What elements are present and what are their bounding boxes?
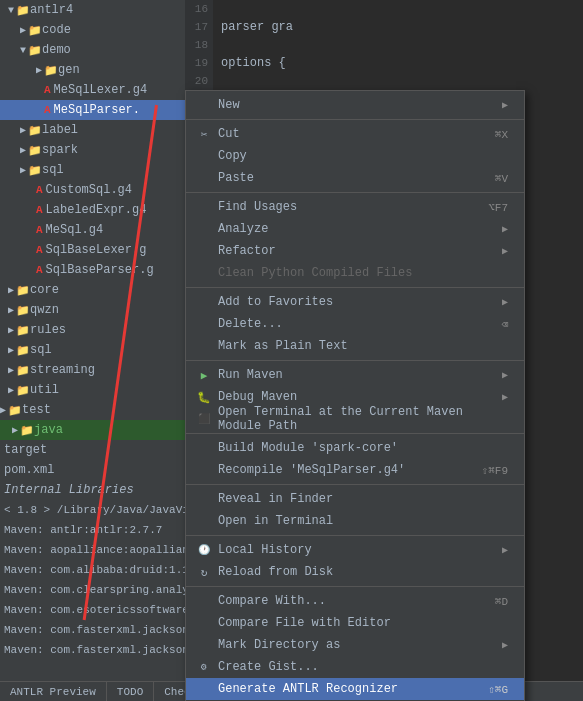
tree-label: < 1.8 > /Library/Java/JavaVirtu (0, 504, 185, 516)
tree-label: pom.xml (0, 463, 54, 477)
line-num-16: 16 (195, 0, 208, 18)
menu-item-paste[interactable]: Paste ⌘V (186, 167, 524, 189)
tree-label: Maven: antlr:antlr:2.7.7 (0, 524, 162, 536)
menu-separator-5 (186, 433, 524, 434)
expand-arrow: ▼ (20, 45, 26, 56)
tree-item-MeSql[interactable]: A MeSql.g4 (0, 220, 185, 240)
tree-item-LabeledExpr[interactable]: A LabeledExpr.g4 (0, 200, 185, 220)
menu-item-compare-editor-label: Compare File with Editor (218, 616, 508, 630)
tree-label: Maven: com.fasterxml.jackson. (0, 644, 185, 656)
expand-arrow: ▶ (8, 364, 14, 376)
menu-item-open-terminal-module-label: Open Terminal at the Current Maven Modul… (218, 405, 508, 433)
tree-label: code (42, 23, 71, 37)
menu-separator-8 (186, 586, 524, 587)
menu-item-delete[interactable]: Delete... ⌫ (186, 313, 524, 335)
tree-label: Internal Libraries (0, 483, 134, 497)
folder-icon: 📁 (28, 124, 42, 137)
expand-arrow: ▶ (20, 124, 26, 136)
tree-label: java (34, 423, 63, 437)
tree-item-maven4[interactable]: Maven: com.clearspring.analytic (0, 580, 185, 600)
menu-item-cut[interactable]: ✂ Cut ⌘X (186, 123, 524, 145)
tree-item-core[interactable]: ▶ 📁 core (0, 280, 185, 300)
tree-item-SqlBaseLexer[interactable]: A SqlBaseLexer.g (0, 240, 185, 260)
menu-item-run-maven[interactable]: ▶ Run Maven ▶ (186, 364, 524, 386)
tree-item-sql[interactable]: ▶ 📁 sql (0, 160, 185, 180)
tree-item-CustomSql[interactable]: A CustomSql.g4 (0, 180, 185, 200)
tree-item-spark[interactable]: ▶ 📁 spark (0, 140, 185, 160)
menu-item-create-gist[interactable]: ⚙ Create Gist... (186, 656, 524, 678)
tree-label: sql (42, 163, 64, 177)
tree-label: SqlBaseParser.g (46, 263, 154, 277)
folder-icon: 📁 (28, 144, 42, 157)
menu-item-reload-disk[interactable]: ↻ Reload from Disk (186, 561, 524, 583)
tree-item-qwzn[interactable]: ▶ 📁 qwzn (0, 300, 185, 320)
folder-icon: 📁 (16, 384, 30, 397)
menu-item-new[interactable]: New ▶ (186, 94, 524, 116)
line-num-17: 17 (195, 18, 208, 36)
tree-label: spark (42, 143, 78, 157)
menu-separator-3 (186, 287, 524, 288)
tree-label: core (30, 283, 59, 297)
create-gist-icon: ⚙ (194, 661, 214, 673)
tree-item-demo[interactable]: ▼ 📁 demo (0, 40, 185, 60)
menu-item-reveal-finder-label: Reveal in Finder (218, 492, 508, 506)
tree-item-maven5[interactable]: Maven: com.esotericssoftware:k (0, 600, 185, 620)
menu-item-open-terminal[interactable]: Open in Terminal (186, 510, 524, 532)
tree-item-pom[interactable]: pom.xml (0, 460, 185, 480)
submenu-arrow: ▶ (502, 245, 508, 257)
menu-item-analyze-label: Analyze (218, 222, 502, 236)
tree-item-MeSqlLexer[interactable]: A MeSqlLexer.g4 (0, 80, 185, 100)
tree-item-maven1[interactable]: Maven: antlr:antlr:2.7.7 (0, 520, 185, 540)
menu-item-mark-plain[interactable]: Mark as Plain Text (186, 335, 524, 357)
menu-item-mark-directory[interactable]: Mark Directory as ▶ (186, 634, 524, 656)
menu-item-clean-python[interactable]: Clean Python Compiled Files (186, 262, 524, 284)
tree-item-maven7[interactable]: Maven: com.fasterxml.jackson. (0, 640, 185, 660)
expand-arrow: ▶ (20, 164, 26, 176)
tree-item-target[interactable]: target (0, 440, 185, 460)
tree-item-util[interactable]: ▶ 📁 util (0, 380, 185, 400)
tree-item-internal-libs[interactable]: Internal Libraries (0, 480, 185, 500)
menu-item-copy[interactable]: Copy (186, 145, 524, 167)
tab-antlr-preview[interactable]: ANTLR Preview (0, 682, 107, 702)
tree-label: streaming (30, 363, 95, 377)
antlr-icon: A (44, 104, 51, 116)
menu-separator-4 (186, 360, 524, 361)
menu-item-run-maven-label: Run Maven (218, 368, 502, 382)
menu-item-find-usages-label: Find Usages (218, 200, 488, 214)
menu-item-reveal-finder[interactable]: Reveal in Finder (186, 488, 524, 510)
tree-label: test (22, 403, 51, 417)
tree-item-jdk[interactable]: < 1.8 > /Library/Java/JavaVirtu (0, 500, 185, 520)
menu-item-open-terminal-label: Open in Terminal (218, 514, 508, 528)
menu-item-open-terminal-module[interactable]: ⬛ Open Terminal at the Current Maven Mod… (186, 408, 524, 430)
menu-item-compare-editor[interactable]: Compare File with Editor (186, 612, 524, 634)
tab-todo[interactable]: TODO (107, 682, 154, 702)
menu-item-refactor[interactable]: Refactor ▶ (186, 240, 524, 262)
menu-item-add-favorites[interactable]: Add to Favorites ▶ (186, 291, 524, 313)
menu-item-analyze[interactable]: Analyze ▶ (186, 218, 524, 240)
tree-label: MeSql.g4 (46, 223, 104, 237)
delete-shortcut: ⌫ (501, 318, 508, 331)
menu-separator (186, 119, 524, 120)
tree-item-java[interactable]: ▶ 📁 java (0, 420, 185, 440)
tree-item-code[interactable]: ▶ 📁 code (0, 20, 185, 40)
tree-item-streaming[interactable]: ▶ 📁 streaming (0, 360, 185, 380)
tree-item-rules[interactable]: ▶ 📁 rules (0, 320, 185, 340)
tree-item-SqlBaseParser[interactable]: A SqlBaseParser.g (0, 260, 185, 280)
tree-item-label[interactable]: ▶ 📁 label (0, 120, 185, 140)
tree-item-gen[interactable]: ▶ 📁 gen (0, 60, 185, 80)
menu-item-generate-antlr-label: Generate ANTLR Recognizer (218, 682, 488, 696)
menu-item-build-module[interactable]: Build Module 'spark-core' (186, 437, 524, 459)
tree-item-test[interactable]: ▶ 📁 test (0, 400, 185, 420)
menu-item-local-history[interactable]: 🕐 Local History ▶ (186, 539, 524, 561)
tree-item-sql2[interactable]: ▶ 📁 sql (0, 340, 185, 360)
tree-item-antlr4[interactable]: ▼ 📁 antlr4 (0, 0, 185, 20)
cut-icon: ✂ (194, 128, 214, 141)
menu-item-compare-with[interactable]: Compare With... ⌘D (186, 590, 524, 612)
submenu-arrow: ▶ (502, 369, 508, 381)
tree-item-maven6[interactable]: Maven: com.fasterxml.jackson. (0, 620, 185, 640)
menu-item-recompile[interactable]: Recompile 'MeSqlParser.g4' ⇧⌘F9 (186, 459, 524, 481)
expand-arrow: ▶ (0, 404, 6, 416)
context-menu: New ▶ ✂ Cut ⌘X Copy Paste ⌘V Find Usages… (185, 90, 525, 701)
menu-item-find-usages[interactable]: Find Usages ⌥F7 (186, 196, 524, 218)
menu-item-generate-antlr[interactable]: Generate ANTLR Recognizer ⇧⌘G (186, 678, 524, 700)
